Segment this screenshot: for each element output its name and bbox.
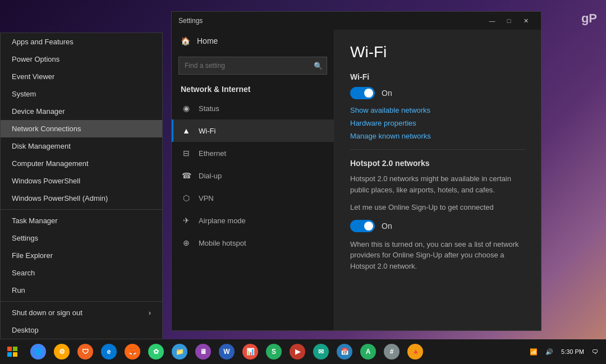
settings-nav: 🏠 Home 🔍 Network & Internet ◉Status▲Wi-F… — [172, 30, 334, 330]
tray-time: 5:30 PM — [561, 348, 584, 355]
nav-item-status[interactable]: ◉Status — [172, 97, 334, 119]
taskbar-app-app6[interactable]: ✿ — [145, 340, 167, 363]
nav-item-airplane[interactable]: ✈Airplane mode — [172, 209, 334, 232]
context-menu-item-network-connections[interactable]: Network Connections — [1, 120, 162, 137]
taskbar-app-app11[interactable]: S — [263, 340, 285, 363]
nav-wifi-icon: ▲ — [181, 125, 192, 136]
taskbar-app-word[interactable]: W — [215, 340, 238, 363]
context-menu-divider — [1, 209, 162, 210]
taskbar-app-icon-8: W — [219, 344, 235, 360]
context-menu-item-file-explorer[interactable]: File Explorer — [1, 247, 162, 264]
hotspot-toggle[interactable] — [350, 220, 375, 232]
tray-sound-icon[interactable]: 🔊 — [542, 346, 557, 358]
nav-home-item[interactable]: 🏠 Home — [172, 30, 334, 52]
nav-status-icon: ◉ — [181, 103, 192, 114]
taskbar-app-vlc[interactable]: 🔺 — [404, 340, 426, 363]
taskbar-app-calculator[interactable]: # — [380, 340, 403, 363]
settings-window: Settings — □ ✕ 🏠 Home 🔍 Network & Intern… — [171, 11, 541, 331]
nav-item-label-wifi: Wi-Fi — [199, 127, 215, 135]
nav-item-wifi[interactable]: ▲Wi-Fi — [172, 119, 334, 142]
tray-datetime[interactable]: 5:30 PM — [558, 346, 587, 357]
taskbar-app-media[interactable]: ▶ — [286, 340, 309, 363]
nav-ethernet-icon: ⊟ — [181, 148, 192, 159]
close-button[interactable]: ✕ — [517, 13, 534, 28]
nav-dialup-icon: ☎ — [181, 170, 192, 181]
context-menu-item-disk-management[interactable]: Disk Management — [1, 137, 162, 155]
settings-body: 🏠 Home 🔍 Network & Internet ◉Status▲Wi-F… — [172, 30, 541, 330]
context-menu-item-shutdown[interactable]: Shut down or sign out› — [1, 304, 162, 321]
settings-search-icon: 🔍 — [314, 62, 323, 70]
section-divider — [350, 149, 525, 150]
show-networks-link[interactable]: Show available networks — [350, 106, 525, 114]
manage-networks-link[interactable]: Manage known networks — [350, 132, 525, 140]
hotspot-desc2: Let me use Online Sign-Up to get connect… — [350, 202, 525, 213]
settings-content: Wi-Fi Wi-Fi On Show available networks H… — [334, 30, 541, 330]
wifi-toggle[interactable] — [350, 87, 375, 99]
tray-network-icon[interactable]: 📶 — [526, 346, 541, 358]
context-menu-item-system[interactable]: System — [1, 85, 162, 103]
taskbar-app-firefox[interactable]: 🦊 — [121, 340, 144, 363]
context-menu-item-device-manager[interactable]: Device Manager — [1, 103, 162, 120]
context-menu-divider — [1, 301, 162, 302]
taskbar-app-icon-16: 🔺 — [407, 344, 423, 360]
context-menu-item-task-manager[interactable]: Task Manager — [1, 212, 162, 229]
taskbar-app-app7[interactable]: 📁 — [168, 340, 191, 363]
context-menu-item-run[interactable]: Run — [1, 282, 162, 299]
taskbar-app-chrome[interactable]: 🌐 — [27, 340, 49, 363]
context-menu-item-apps-features[interactable]: Apps and Features — [1, 33, 162, 50]
taskbar-app-icon-0: 🌐 — [30, 344, 46, 360]
nav-search-container: 🔍 — [178, 57, 327, 75]
context-menu-item-windows-powershell[interactable]: Windows PowerShell — [1, 172, 162, 190]
nav-item-ethernet[interactable]: ⊟Ethernet — [172, 142, 334, 164]
taskbar-app-icon-2: 🛡 — [77, 344, 93, 360]
tray-notification[interactable]: 🗨 — [589, 346, 602, 357]
taskbar-app-icon-14: A — [360, 344, 376, 360]
hardware-properties-link[interactable]: Hardware properties — [350, 119, 525, 127]
nav-item-label-mobile-hotspot: Mobile hotspot — [199, 239, 246, 247]
taskbar-app-icons: 🌐⚙🛡e🦊✿📁🖥W📊S▶✉📅A#🔺 — [25, 340, 526, 363]
taskbar-app-settings-cog[interactable]: ⚙ — [50, 340, 73, 363]
wifi-toggle-row: On — [350, 87, 525, 99]
nav-item-label-vpn: VPN — [199, 194, 214, 202]
nav-item-label-ethernet: Ethernet — [199, 149, 226, 158]
wifi-section-heading: Wi-Fi — [350, 72, 525, 81]
taskbar-app-mail[interactable]: ✉ — [310, 340, 332, 363]
taskbar-app-icon-4: 🦊 — [125, 344, 140, 360]
start-button[interactable] — [0, 339, 25, 364]
taskbar-app-icon-12: ✉ — [313, 344, 329, 360]
gp-watermark: gP — [581, 11, 597, 26]
context-menu-item-event-viewer[interactable]: Event Viewer — [1, 68, 162, 85]
taskbar-app-icon-6: 📁 — [172, 344, 187, 360]
taskbar-app-edge[interactable]: e — [98, 340, 120, 363]
taskbar-app-app8[interactable]: 🖥 — [192, 340, 214, 363]
context-menu-item-computer-management[interactable]: Computer Management — [1, 155, 162, 172]
hotspot-desc1: Hotspot 2.0 networks might be available … — [350, 173, 525, 195]
hotspot-section-heading: Hotspot 2.0 networks — [350, 159, 525, 168]
nav-item-dialup[interactable]: ☎Dial-up — [172, 164, 334, 187]
submenu-arrow-icon: › — [149, 308, 151, 317]
taskbar-app-calendar[interactable]: 📅 — [333, 340, 356, 363]
nav-section-title: Network & Internet — [172, 79, 334, 97]
nav-item-vpn[interactable]: ⬡VPN — [172, 187, 334, 209]
taskbar-app-icon-10: S — [266, 344, 282, 360]
nav-item-mobile-hotspot[interactable]: ⊕Mobile hotspot — [172, 232, 334, 254]
context-menu-item-desktop[interactable]: Desktop — [1, 321, 162, 339]
taskbar-app-icon-1: ⚙ — [54, 344, 70, 360]
window-controls: — □ ✕ — [484, 13, 534, 28]
taskbar: 🌐⚙🛡e🦊✿📁🖥W📊S▶✉📅A#🔺 📶 🔊 5:30 PM 🗨 — [0, 339, 606, 364]
context-menu-item-search[interactable]: Search — [1, 264, 162, 282]
taskbar-app-app10[interactable]: 📊 — [239, 340, 261, 363]
minimize-button[interactable]: — — [484, 13, 501, 28]
home-icon: 🏠 — [181, 36, 190, 45]
maximize-button[interactable]: □ — [501, 13, 517, 28]
context-menu-item-settings[interactable]: Settings — [1, 229, 162, 247]
taskbar-app-icon-9: 📊 — [242, 344, 258, 360]
content-title: Wi-Fi — [350, 43, 525, 61]
context-menu-item-power-options[interactable]: Power Options — [1, 50, 162, 68]
taskbar-app-app15[interactable]: A — [357, 340, 379, 363]
taskbar-app-icon-5: ✿ — [148, 344, 164, 360]
taskbar-app-icon-3: e — [101, 344, 117, 360]
settings-search-input[interactable] — [178, 57, 327, 75]
context-menu-item-windows-powershell-admin[interactable]: Windows PowerShell (Admin) — [1, 190, 162, 207]
taskbar-app-shield[interactable]: 🛡 — [74, 340, 97, 363]
